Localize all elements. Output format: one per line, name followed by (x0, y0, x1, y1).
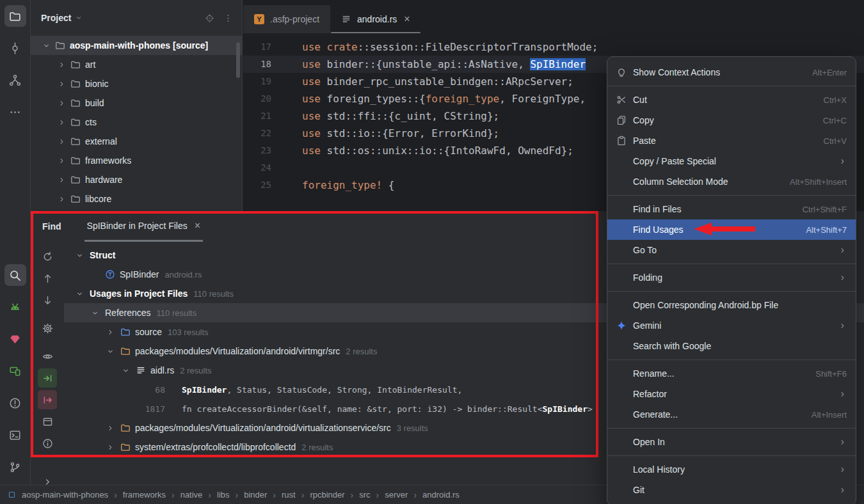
result-count: 3 results (397, 423, 428, 433)
menu-item-generate[interactable]: Generate...Alt+Insert (607, 404, 856, 425)
sidebar-more-tool-windows-button[interactable] (4, 101, 26, 123)
menu-separator (607, 291, 856, 292)
menu-item-copy[interactable]: CopyCtrl+C (607, 110, 856, 130)
find-row-label: packages/modules/Virtualization/android/… (135, 346, 340, 356)
breadcrumb-item[interactable]: aosp-main-with-phones (22, 490, 108, 500)
find-row-label: References (105, 308, 151, 318)
menu-shortcut: Alt+Shift+7 (806, 225, 847, 235)
project-tree-item-cts[interactable]: cts (31, 113, 242, 132)
close-tab-icon[interactable]: × (195, 221, 200, 231)
sidebar-problems-button[interactable] (4, 392, 26, 414)
menu-item-label: Refactor (633, 389, 667, 399)
breadcrumb-item[interactable]: android.rs (422, 490, 460, 500)
sidebar-commit-button[interactable] (4, 37, 26, 59)
tab-android-rs[interactable]: android.rs × (330, 5, 421, 33)
menu-item-refactor[interactable]: Refactor (607, 384, 856, 404)
chevron-right-icon (58, 195, 66, 203)
menu-item-local-history[interactable]: Local History (607, 459, 856, 480)
menu-item-find-usages[interactable]: Find UsagesAlt+Shift+7 (607, 219, 856, 240)
project-tree-item-bionic[interactable]: bionic (31, 74, 242, 93)
project-view-selector[interactable]: Project (41, 13, 83, 23)
sidebar-project-button[interactable] (4, 5, 26, 27)
project-tree-item-art[interactable]: art (31, 55, 242, 74)
menu-item-search-with-google[interactable]: Search with Google (607, 336, 856, 356)
chevron-right-icon (58, 80, 66, 88)
navigate-from-source-button[interactable] (38, 390, 57, 409)
project-tree-root[interactable]: aosp-main-with-phones [source] (31, 36, 242, 55)
breadcrumb-item[interactable]: server (385, 490, 408, 500)
help-button[interactable] (38, 434, 57, 453)
open-in-new-tab-icon (42, 416, 53, 427)
code-line-17[interactable]: 17use crate::session::FileDescriptorTran… (243, 38, 864, 56)
breadcrumb-separator: › (301, 490, 305, 500)
project-tree-item-build[interactable]: build (31, 93, 242, 113)
locate-file-icon[interactable] (205, 13, 214, 23)
breadcrumb-item[interactable]: rpcbinder (310, 490, 344, 500)
next-occurrence-button[interactable] (38, 290, 57, 310)
breadcrumb-item[interactable]: native (180, 490, 203, 500)
menu-item-label: Copy / Paste Special (633, 156, 716, 166)
breadcrumb-item[interactable]: libs (217, 490, 230, 500)
menu-item-open-corresponding-android-bp-file[interactable]: Open Corresponding Android.bp File (607, 295, 856, 315)
next-occurrence-icon (42, 295, 53, 306)
menu-item-paste[interactable]: PasteCtrl+V (607, 130, 856, 151)
project-scrollbar[interactable] (236, 42, 240, 78)
code-text: use foreign_types::{foreign_type, Foreig… (284, 90, 586, 107)
commit-icon (9, 42, 21, 54)
rust-file-icon (341, 14, 351, 24)
menu-item-gemini[interactable]: Gemini (607, 315, 856, 336)
chevron-right-icon (58, 157, 66, 165)
breadcrumb-item[interactable]: frameworks (123, 490, 166, 500)
activity-bar-bottom-group (4, 264, 26, 488)
sidebar-app-quality-insights-button[interactable] (4, 328, 26, 350)
project-tree-item-hardware[interactable]: hardware (31, 170, 242, 189)
find-panel-title: Find (42, 221, 61, 232)
find-results-tab[interactable]: SpIBinder in Project Files × (84, 211, 204, 242)
sidebar-structure-button[interactable] (4, 69, 26, 91)
preview-usages-button[interactable] (38, 347, 57, 366)
project-folder-label: frameworks (85, 155, 131, 166)
settings-button[interactable] (38, 319, 57, 338)
menu-item-copy-paste-special[interactable]: Copy / Paste Special (607, 151, 856, 171)
menu-item-git[interactable]: Git (607, 480, 856, 500)
folder-icon (70, 175, 81, 185)
menu-shortcut: Ctrl+X (824, 95, 847, 105)
editor-tab-bar: Y .asfp-project android.rs × (243, 0, 864, 33)
menu-item-go-to[interactable]: Go To (607, 240, 856, 260)
close-tab-icon[interactable]: × (404, 14, 410, 24)
sidebar-version-control-button[interactable] (4, 456, 26, 478)
sidebar-find-button[interactable] (4, 264, 26, 286)
panel-options-icon[interactable] (223, 13, 233, 23)
chevron-down-icon (76, 290, 90, 298)
menu-item-open-in[interactable]: Open In (607, 432, 856, 452)
open-in-new-tab-button[interactable] (38, 412, 57, 431)
folder-icon (70, 155, 81, 166)
source-folder-icon (120, 327, 131, 337)
breadcrumb-item[interactable]: rust (282, 490, 296, 500)
project-tree-item-external[interactable]: external (31, 132, 242, 151)
menu-item-show-context-actions[interactable]: Show Context ActionsAlt+Enter (607, 62, 856, 83)
navigate-with-single-click-button[interactable] (38, 368, 57, 388)
menu-item-cut[interactable]: CutCtrl+X (607, 90, 856, 110)
menu-item-column-selection-mode[interactable]: Column Selection ModeAlt+Shift+Insert (607, 171, 856, 192)
project-tree: aosp-main-with-phones [source]artbionicb… (31, 36, 242, 209)
menu-item-rename[interactable]: Rename...Shift+F6 (607, 363, 856, 384)
tab-asfp-project[interactable]: Y .asfp-project (243, 5, 330, 33)
breadcrumb-item[interactable]: src (359, 490, 370, 500)
paste-icon (615, 136, 628, 146)
sidebar-logcat-button[interactable] (4, 296, 26, 318)
sidebar-terminal-button[interactable] (4, 424, 26, 446)
menu-item-find-in-files[interactable]: Find in FilesCtrl+Shift+F (607, 199, 856, 219)
previous-occurrence-button[interactable] (38, 269, 57, 288)
problems-icon (9, 397, 21, 409)
project-root-label: aosp-main-with-phones [source] (70, 40, 208, 51)
folder-icon (70, 117, 81, 127)
sidebar-running-devices-button[interactable] (4, 360, 26, 382)
menu-item-folding[interactable]: Folding (607, 267, 856, 288)
project-tree-item-frameworks[interactable]: frameworks (31, 151, 242, 170)
expand-button[interactable] (38, 472, 57, 485)
refresh-button[interactable] (38, 247, 57, 266)
project-tree-item-libcore[interactable]: libcore (31, 189, 242, 209)
breadcrumb-item[interactable]: binder (244, 490, 267, 500)
project-folder-label: bionic (85, 79, 109, 89)
